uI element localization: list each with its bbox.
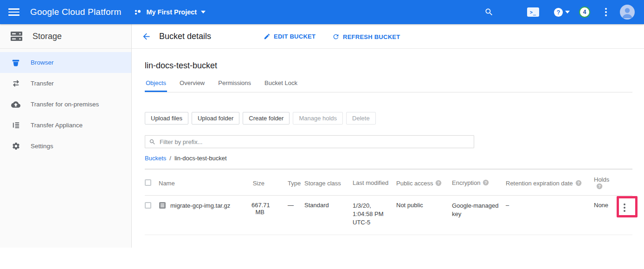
sidebar-item-transfer-on-premises[interactable]: Transfer for on-premises xyxy=(0,94,131,115)
sidebar-item-label: Transfer Appliance xyxy=(31,122,83,129)
sidebar-nav: Browser Transfer Transfer for on-premise… xyxy=(0,49,131,157)
row-checkbox[interactable] xyxy=(145,202,151,209)
overflow-menu-icon[interactable] xyxy=(603,6,609,18)
breadcrumb-separator: / xyxy=(169,155,171,162)
select-all-checkbox[interactable] xyxy=(145,179,151,186)
sidebar-item-label: Browser xyxy=(31,59,54,66)
sidebar-item-transfer-appliance[interactable]: Transfer Appliance xyxy=(0,115,131,136)
help-icon: ? xyxy=(554,8,563,17)
column-header-encryption[interactable]: Encryption? xyxy=(452,179,506,187)
object-storage-class: Standard xyxy=(304,202,353,209)
row-overflow-menu-icon[interactable] xyxy=(621,201,628,215)
pencil-icon xyxy=(264,33,270,40)
svg-text:?: ? xyxy=(598,184,601,189)
sidebar-item-label: Transfer xyxy=(31,80,54,87)
sidebar-item-settings[interactable]: Settings xyxy=(0,136,131,157)
help-icon[interactable]: ? xyxy=(483,179,489,186)
object-name-link[interactable]: migrate-gcp-img.tar.gz xyxy=(170,202,230,209)
breadcrumb-current: lin-docs-test-bucket xyxy=(174,155,227,162)
bucket-tabs: Objects Overview Permissions Bucket Lock xyxy=(145,78,632,92)
column-header-public-access[interactable]: Public access? xyxy=(396,180,452,187)
file-icon xyxy=(159,202,166,209)
upload-folder-button[interactable]: Upload folder xyxy=(192,112,239,125)
sidebar: Storage Browser Transfer Transfer for on… xyxy=(0,24,132,248)
tab-permissions[interactable]: Permissions xyxy=(217,78,252,92)
sidebar-item-label: Settings xyxy=(31,143,53,150)
column-header-type[interactable]: Type xyxy=(281,180,304,187)
object-public-access: Not public xyxy=(396,202,452,209)
breadcrumb: Buckets / lin-docs-test-bucket xyxy=(145,155,632,162)
search-icon xyxy=(149,138,156,145)
objects-table: Name Size Type Storage class Last modifi… xyxy=(145,169,632,235)
table-header-row: Name Size Type Storage class Last modifi… xyxy=(145,170,632,196)
breadcrumb-buckets-link[interactable]: Buckets xyxy=(145,155,166,162)
notifications-badge[interactable]: 4 xyxy=(579,7,590,18)
edit-bucket-button[interactable]: EDIT BUCKET xyxy=(264,33,316,40)
help-icon[interactable]: ? xyxy=(596,183,603,190)
bucket-name-title: lin-docs-test-bucket xyxy=(145,61,632,71)
top-navigation-bar: Google Cloud Platform My First Project >… xyxy=(0,0,644,24)
sidebar-item-transfer[interactable]: Transfer xyxy=(0,73,131,94)
chevron-down-icon xyxy=(201,11,206,13)
object-last-modified: 1/3/20, 1:04:58 PM UTC-5 xyxy=(353,202,396,227)
avatar[interactable] xyxy=(620,5,635,20)
column-header-retention-expiration-date[interactable]: Retention expiration date? xyxy=(506,180,594,187)
project-name: My First Project xyxy=(146,8,197,16)
help-icon[interactable]: ? xyxy=(575,180,582,186)
storage-logo-icon xyxy=(10,31,23,42)
cloud-shell-icon[interactable]: >_ xyxy=(527,7,539,17)
help-menu[interactable]: ? xyxy=(554,8,570,17)
sidebar-item-label: Transfer for on-premises xyxy=(31,101,99,108)
chevron-down-icon xyxy=(565,11,570,13)
upload-files-button[interactable]: Upload files xyxy=(145,112,188,125)
gear-icon xyxy=(11,142,20,151)
object-holds: None xyxy=(594,202,621,209)
manage-holds-button[interactable]: Manage holds xyxy=(293,112,343,125)
sidebar-item-browser[interactable]: Browser xyxy=(0,52,131,73)
sidebar-title: Storage xyxy=(32,32,62,41)
project-icon xyxy=(134,8,142,16)
transfer-arrows-icon xyxy=(11,79,20,88)
menu-icon[interactable] xyxy=(8,7,19,18)
refresh-bucket-button[interactable]: REFRESH BUCKET xyxy=(332,33,400,40)
table-row: migrate-gcp-img.tar.gz 667.71 MB — Stand… xyxy=(145,196,632,235)
delete-button[interactable]: Delete xyxy=(346,112,376,125)
column-header-holds[interactable]: Holds? xyxy=(594,176,621,190)
brand-logo[interactable]: Google Cloud Platform xyxy=(30,7,121,17)
column-header-storage-class[interactable]: Storage class xyxy=(304,180,353,187)
main-panel: Bucket details EDIT BUCKET REFRESH BUCKE… xyxy=(132,24,644,248)
search-icon[interactable] xyxy=(484,7,494,17)
page-title: Bucket details xyxy=(159,32,211,41)
bucket-icon xyxy=(11,59,20,67)
refresh-icon xyxy=(332,33,340,40)
object-size: 667.71 MB xyxy=(251,202,268,216)
appliance-list-icon xyxy=(11,121,20,130)
svg-text:?: ? xyxy=(485,180,488,185)
person-icon xyxy=(620,5,635,20)
svg-text:?: ? xyxy=(577,181,580,185)
column-header-name[interactable]: Name xyxy=(159,180,251,187)
object-type: — xyxy=(281,202,304,209)
project-selector[interactable]: My First Project xyxy=(134,8,206,16)
column-header-last-modified[interactable]: Last modified xyxy=(353,179,396,187)
page-header: Bucket details EDIT BUCKET REFRESH BUCKE… xyxy=(132,24,644,49)
back-arrow-icon[interactable] xyxy=(142,32,151,43)
object-encryption: Google-managed key xyxy=(452,202,506,218)
filter-input[interactable] xyxy=(160,138,470,145)
sidebar-header: Storage xyxy=(0,24,131,49)
cloud-upload-icon xyxy=(11,100,20,109)
svg-text:?: ? xyxy=(438,181,440,185)
tab-bucket-lock[interactable]: Bucket Lock xyxy=(264,78,298,92)
column-header-size[interactable]: Size xyxy=(251,180,268,187)
create-folder-button[interactable]: Create folder xyxy=(243,112,290,125)
help-icon[interactable]: ? xyxy=(435,180,442,186)
tab-overview[interactable]: Overview xyxy=(179,78,206,92)
object-toolbar: Upload files Upload folder Create folder… xyxy=(145,112,632,125)
object-retention-expiration-date: – xyxy=(506,202,594,209)
tab-objects[interactable]: Objects xyxy=(145,78,167,92)
filter-input-container xyxy=(145,135,474,148)
